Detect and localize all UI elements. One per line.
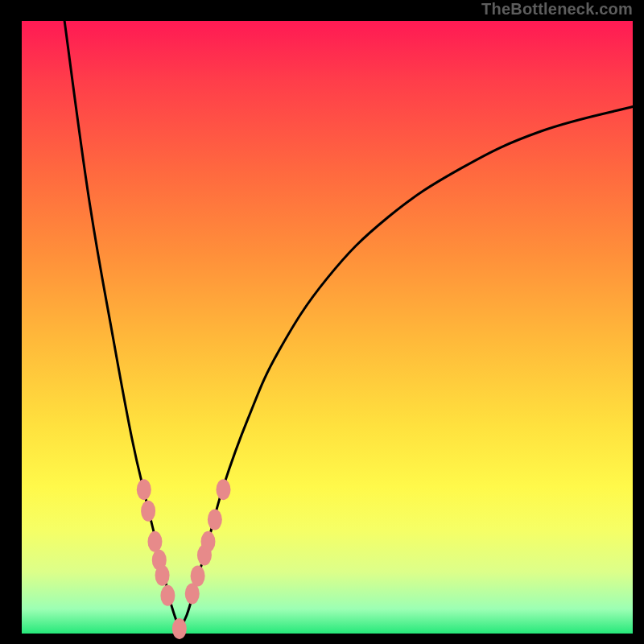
data-marker — [155, 565, 170, 586]
watermark-text: TheBottleneck.com — [481, 0, 633, 19]
data-marker — [172, 618, 187, 639]
chart-svg — [0, 0, 644, 644]
data-marker — [137, 479, 151, 500]
data-marker — [200, 531, 215, 552]
outer-frame: TheBottleneck.com — [0, 0, 644, 644]
data-marker — [160, 585, 175, 606]
data-marker — [216, 479, 230, 500]
curve-left-branch — [64, 21, 180, 629]
data-marker — [191, 565, 205, 586]
data-marker — [141, 501, 155, 522]
curve-right-branch — [180, 107, 633, 629]
data-marker — [147, 531, 162, 552]
data-marker — [208, 509, 222, 530]
